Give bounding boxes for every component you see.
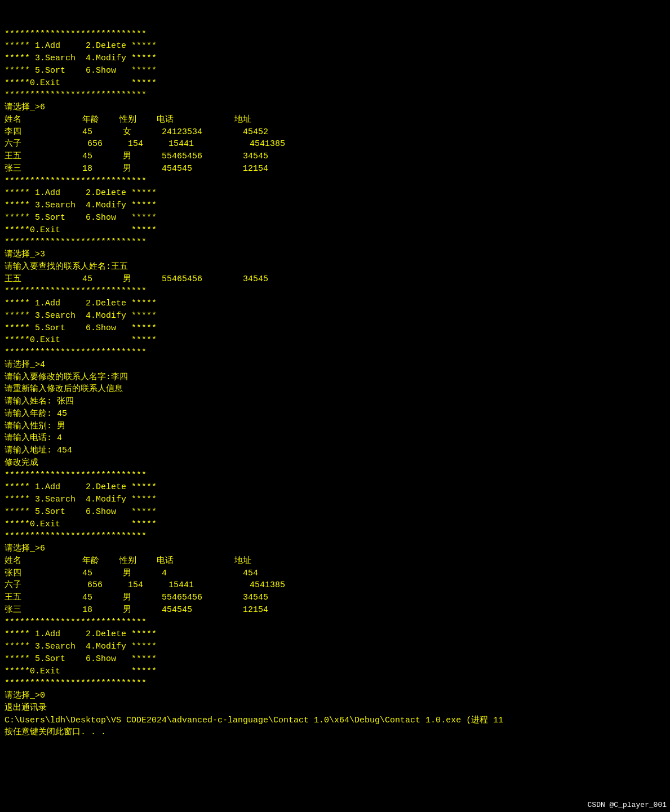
terminal-line: **************************** [5, 677, 665, 690]
terminal-line: 姓名 年龄 性别 电话 地址 [5, 555, 665, 567]
terminal-line: 请输入要查找的联系人姓名:王五 [5, 261, 665, 273]
terminal-line: 请输入性别: 男 [5, 420, 665, 433]
terminal-line: 请选择_>6 [5, 101, 665, 114]
terminal-line: ***** 3.Search 4.Modify ***** [5, 199, 665, 212]
terminal-line: 请输入姓名: 张四 [5, 396, 665, 408]
terminal-line: 张三 18 男 454545 12154 [5, 163, 665, 175]
terminal-line: **************************** [5, 469, 665, 482]
terminal-line: ***** 5.Sort 6.Show ***** [5, 653, 665, 665]
terminal-line: 王五 45 男 55465456 34545 [5, 592, 665, 604]
terminal-line: C:\Users\ldh\Desktop\VS CODE2024\advance… [5, 715, 665, 727]
terminal-line: **************************** [5, 616, 665, 629]
terminal-line: 张四 45 男 4 454 [5, 567, 665, 580]
terminal-line: 退出通讯录 [5, 702, 665, 715]
terminal-line: **************************** [5, 530, 665, 543]
terminal-line: 请选择_>0 [5, 690, 665, 702]
terminal-line: ***** 3.Search 4.Modify ***** [5, 641, 665, 653]
terminal-line: *****0.Exit ***** [5, 77, 665, 90]
terminal-line: 请输入年龄: 45 [5, 408, 665, 420]
terminal-line: 张三 18 男 454545 12154 [5, 604, 665, 616]
terminal-line: **************************** [5, 28, 665, 41]
terminal-line: **************************** [5, 347, 665, 359]
terminal-line: ***** 5.Sort 6.Show ***** [5, 322, 665, 335]
terminal-line: ***** 3.Search 4.Modify ***** [5, 494, 665, 506]
terminal-line: 请选择_>3 [5, 249, 665, 261]
terminal-line: *****0.Exit ***** [5, 334, 665, 347]
terminal-line: 六子 656 154 15441 4541385 [5, 138, 665, 150]
terminal-line: 王五 45 男 55465456 34545 [5, 150, 665, 163]
terminal-line: 请选择_>4 [5, 359, 665, 371]
terminal-line: **************************** [5, 175, 665, 188]
terminal-line: ***** 3.Search 4.Modify ***** [5, 310, 665, 322]
terminal-line: 请选择_>6 [5, 543, 665, 555]
terminal-line: ***** 1.Add 2.Delete ***** [5, 298, 665, 310]
terminal-output: ********************************* 1.Add … [5, 3, 665, 751]
terminal-line: ***** 1.Add 2.Delete ***** [5, 481, 665, 494]
terminal-line: ***** 3.Search 4.Modify ***** [5, 52, 665, 65]
terminal-line: ***** 5.Sort 6.Show ***** [5, 506, 665, 518]
terminal-line: ***** 5.Sort 6.Show ***** [5, 65, 665, 77]
terminal-line: *****0.Exit ***** [5, 224, 665, 237]
terminal-line: ***** 5.Sort 6.Show ***** [5, 212, 665, 224]
terminal-line: 请重新输入修改后的联系人信息 [5, 383, 665, 396]
terminal-line: 请输入电话: 4 [5, 432, 665, 445]
terminal-line: 李四 45 女 24123534 45452 [5, 126, 665, 139]
terminal-line: 王五 45 男 55465456 34545 [5, 273, 665, 286]
terminal-line: *****0.Exit ***** [5, 665, 665, 678]
terminal-line: 请输入地址: 454 [5, 445, 665, 457]
terminal-line: **************************** [5, 89, 665, 101]
terminal-line: ***** 1.Add 2.Delete ***** [5, 187, 665, 199]
terminal-line: 六子 656 154 15441 4541385 [5, 579, 665, 592]
terminal-line: ***** 1.Add 2.Delete ***** [5, 628, 665, 641]
terminal-line: 修改完成 [5, 457, 665, 469]
terminal-line: **************************** [5, 285, 665, 298]
watermark: CSDN @C_player_001 [584, 799, 670, 812]
terminal-line: **************************** [5, 236, 665, 249]
terminal-line: ***** 1.Add 2.Delete ***** [5, 40, 665, 52]
terminal-line: 按任意键关闭此窗口. . . [5, 726, 665, 739]
terminal-line: *****0.Exit ***** [5, 518, 665, 531]
terminal-line: 请输入要修改的联系人名字:李四 [5, 371, 665, 384]
terminal-line: 姓名 年龄 性别 电话 地址 [5, 114, 665, 126]
